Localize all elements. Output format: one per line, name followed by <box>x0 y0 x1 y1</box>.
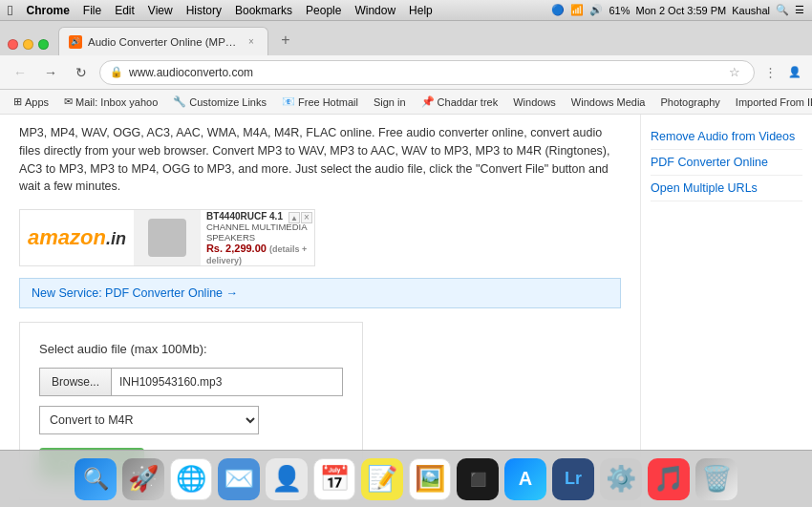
mail-bm-icon: ✉ <box>64 95 73 108</box>
bookmarks-bar: ⊞ Apps ✉ Mail: Inbox yahoo 🔧 Customize L… <box>0 90 812 115</box>
ad-product-image <box>134 210 201 265</box>
main-content-area: MP3, MP4, WAV, OGG, AC3, AAC, WMA, M4A, … <box>0 115 812 507</box>
menu-edit[interactable]: Edit <box>115 4 135 17</box>
dock-mail[interactable]: ✉️ <box>218 458 260 500</box>
menu-view[interactable]: View <box>148 4 173 17</box>
address-toolbar: ← → ↻ 🔒 www.audioconverto.com ☆ ⋮ 👤 <box>0 55 812 90</box>
new-tab-button[interactable]: + <box>272 27 299 53</box>
bookmarks-customize[interactable]: 🔧 Customize Links <box>167 94 272 110</box>
bookmarks-chaddar[interactable]: 📌 Chaddar trek <box>416 94 504 110</box>
bookmarks-signin[interactable]: Sign in <box>368 95 412 110</box>
menu-people[interactable]: People <box>306 4 341 17</box>
intro-text: MP3, MP4, WAV, OGG, AC3, AAC, WMA, M4A, … <box>19 124 621 196</box>
maximize-button[interactable] <box>38 39 49 50</box>
music-icon: 🎵 <box>653 464 684 494</box>
dock-music[interactable]: 🎵 <box>648 458 690 500</box>
new-service-label: New Service: PDF Converter Online → <box>32 286 238 300</box>
extensions-button[interactable]: ⋮ <box>760 63 780 82</box>
active-tab[interactable]: 🔊 Audio Converter Online (MP3... × <box>58 27 268 55</box>
bookmarks-apps[interactable]: ⊞ Apps <box>8 94 54 110</box>
dock-terminal[interactable]: ⬛ <box>457 458 499 500</box>
appstore-icon: A <box>519 468 532 490</box>
search-icon[interactable]: 🔍 <box>776 4 789 16</box>
menu-chrome[interactable]: Chrome <box>26 4 69 17</box>
sidebar-link-pdf[interactable]: PDF Converter Online <box>651 150 802 176</box>
trash-icon: 🗑️ <box>701 464 732 494</box>
dock-launchpad[interactable]: 🚀 <box>122 458 164 500</box>
dock-lightroom[interactable]: Lr <box>552 458 594 500</box>
dock-calendar[interactable]: 📅 <box>313 458 355 500</box>
chaddar-icon: 📌 <box>421 95 435 108</box>
converter-label: Select audio file (max 100Mb): <box>39 342 343 356</box>
dock-notes[interactable]: 📝 <box>361 458 403 500</box>
bookmarks-imported[interactable]: Imported From IE <box>730 95 812 110</box>
user-profile-button[interactable]: 👤 <box>785 63 804 82</box>
reload-button[interactable]: ↻ <box>69 60 94 85</box>
dock-appstore[interactable]: A <box>504 458 546 500</box>
sidebar-link-remove-audio[interactable]: Remove Audio from Videos <box>651 124 802 150</box>
tab-favicon: 🔊 <box>69 35 82 49</box>
contacts-icon: 👤 <box>271 464 302 494</box>
dock-photos[interactable]: 🖼️ <box>409 458 451 500</box>
menu-window[interactable]: Window <box>354 4 395 17</box>
tab-close-button[interactable]: × <box>245 35 258 49</box>
menu-history[interactable]: History <box>186 4 222 17</box>
ad-expand-button[interactable]: ▲ <box>288 212 300 223</box>
lock-icon: 🔒 <box>110 66 123 78</box>
dock-contacts[interactable]: 👤 <box>266 458 308 500</box>
dock-systemprefs[interactable]: ⚙️ <box>600 458 642 500</box>
bookmarks-windows-media[interactable]: Windows Media <box>566 95 652 110</box>
launchpad-icon: 🚀 <box>128 464 159 494</box>
new-service-banner[interactable]: New Service: PDF Converter Online → <box>19 278 621 308</box>
hotmail-icon: 📧 <box>282 95 295 108</box>
systemprefs-icon: ⚙️ <box>606 464 636 494</box>
bookmarks-hotmail[interactable]: 📧 Free Hotmail <box>276 94 364 110</box>
ad-prime: prime <box>206 265 309 266</box>
menu-help[interactable]: Help <box>409 4 433 17</box>
minimize-button[interactable] <box>23 39 33 50</box>
photos-icon: 🖼️ <box>415 464 445 494</box>
dock: 🔍 🚀 🌐 ✉️ 👤 📅 📝 🖼️ ⬛ A Lr ⚙️ 🎵 🗑️ <box>0 450 812 507</box>
browse-button[interactable]: Browse... <box>39 368 111 396</box>
back-button[interactable]: ← <box>8 60 32 85</box>
right-sidebar: Remove Audio from Videos PDF Converter O… <box>640 115 812 507</box>
bluetooth-icon: 🔵 <box>551 4 565 16</box>
menu-file[interactable]: File <box>83 4 101 17</box>
lightroom-icon: Lr <box>565 469 582 489</box>
notes-icon: 📝 <box>367 464 397 494</box>
calendar-icon: 📅 <box>319 464 350 494</box>
dock-trash[interactable]: 🗑️ <box>695 458 737 500</box>
username: Kaushal <box>732 5 770 16</box>
dock-finder[interactable]: 🔍 <box>75 458 117 500</box>
ad-banner: amazon.in ZEBRONICS BT4440RUCF 4.1 CHANN… <box>19 209 315 266</box>
menu-bookmarks[interactable]: Bookmarks <box>235 4 292 17</box>
tab-bar: 🔊 Audio Converter Online (MP3... × + <box>0 21 812 55</box>
chrome-icon: 🌐 <box>176 464 206 494</box>
chrome-window: 🔊 Audio Converter Online (MP3... × + ← →… <box>0 21 812 507</box>
format-select[interactable]: Convert to M4RConvert to MP3Convert to W… <box>39 406 259 434</box>
address-bar[interactable]: 🔒 www.audioconverto.com ☆ <box>99 60 755 85</box>
tab-title: Audio Converter Online (MP3... <box>88 36 239 48</box>
battery-icon: 61% <box>609 5 630 16</box>
bookmarks-windows[interactable]: Windows <box>507 95 562 110</box>
close-button[interactable] <box>8 39 18 50</box>
url-text[interactable]: www.audioconverto.com <box>129 66 719 79</box>
clock: Mon 2 Oct 3:59 PM <box>635 5 726 16</box>
notification-icon[interactable]: ☰ <box>795 4 804 16</box>
ad-close-button[interactable]: × <box>301 212 312 223</box>
apps-icon: ⊞ <box>13 95 22 108</box>
apple-menu[interactable]:  <box>8 2 12 18</box>
bookmark-star-button[interactable]: ☆ <box>725 63 744 82</box>
bookmarks-mail[interactable]: ✉ Mail: Inbox yahoo <box>58 94 163 110</box>
wifi-icon: 📶 <box>570 4 584 16</box>
sidebar-link-open-urls[interactable]: Open Multiple URLs <box>651 176 802 201</box>
page-content: MP3, MP4, WAV, OGG, AC3, AAC, WMA, M4A, … <box>0 115 640 507</box>
dock-chrome[interactable]: 🌐 <box>170 458 212 500</box>
amazon-logo: amazon.in <box>20 222 134 254</box>
forward-button[interactable]: → <box>38 60 63 85</box>
mail-dock-icon: ✉️ <box>224 464 254 494</box>
volume-icon: 🔊 <box>589 4 603 16</box>
bookmarks-photography[interactable]: Photography <box>654 95 725 110</box>
ad-product: CHANNEL MULTIMEDIA SPEAKERS <box>206 222 309 243</box>
file-name-input[interactable] <box>111 368 343 396</box>
